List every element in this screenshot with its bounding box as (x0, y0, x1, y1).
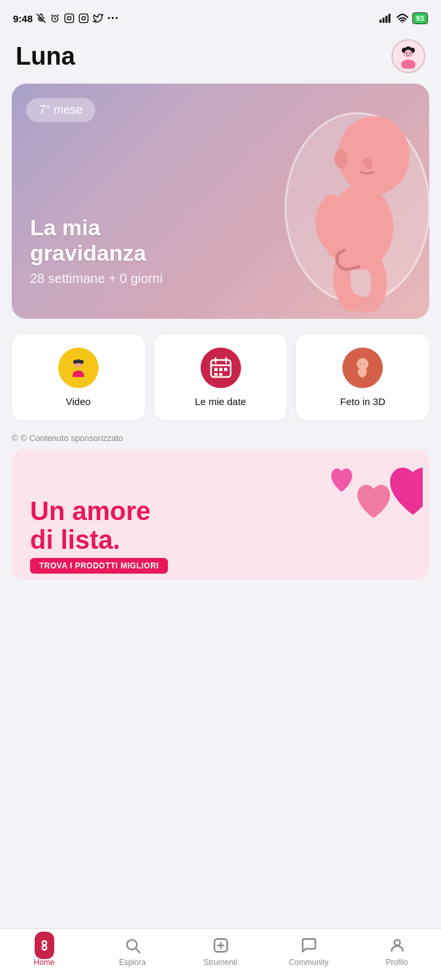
app-title: Luna (16, 42, 75, 71)
profilo-nav-icon (387, 936, 407, 955)
svg-rect-12 (385, 16, 387, 23)
svg-rect-41 (214, 368, 218, 371)
svg-rect-44 (214, 373, 218, 376)
wifi-icon (397, 14, 408, 23)
fetus-illustration (253, 97, 429, 319)
nav-home[interactable]: Home (18, 936, 71, 967)
video-icon (65, 355, 91, 381)
svg-point-6 (71, 16, 72, 16)
instagram-icon (64, 13, 74, 24)
feto-3d-icon (350, 355, 376, 381)
instagram2-icon (78, 13, 89, 24)
more-icon: ··· (107, 12, 119, 25)
svg-point-28 (366, 164, 372, 169)
nav-community[interactable]: Community (283, 936, 335, 967)
svg-rect-43 (224, 368, 227, 371)
sponsored-label: © © Contenuto sponsorizzato (12, 433, 429, 443)
svg-point-8 (82, 16, 85, 20)
battery-display: 93 (412, 12, 428, 24)
svg-rect-13 (388, 14, 390, 23)
svg-point-26 (335, 149, 348, 169)
dates-label: Le mie date (195, 396, 246, 407)
svg-point-5 (67, 16, 71, 20)
chat-icon (301, 937, 318, 954)
video-label: Video (66, 396, 91, 407)
nav-strumenti[interactable]: Strumenti (195, 936, 247, 967)
svg-rect-4 (65, 14, 73, 22)
add-square-icon (212, 937, 229, 954)
home-icon-bg (35, 932, 54, 959)
svg-rect-10 (380, 20, 382, 23)
svg-point-48 (359, 363, 362, 365)
status-time: 9:48 ··· (13, 12, 119, 25)
svg-point-21 (404, 50, 412, 57)
app-header: Luna (0, 33, 441, 84)
feto-label: Feto in 3D (340, 396, 385, 407)
svg-point-51 (42, 945, 46, 949)
svg-point-22 (406, 52, 408, 54)
month-badge: 7° mese (26, 98, 95, 122)
svg-line-53 (135, 949, 139, 953)
ad-text: Un amoredi lista. (30, 497, 151, 554)
svg-point-23 (410, 52, 411, 54)
svg-point-36 (80, 360, 84, 364)
twitter-icon (93, 13, 103, 24)
esplora-nav-label: Esplora (119, 958, 146, 967)
hearts-decoration (292, 456, 423, 576)
community-nav-icon (299, 936, 319, 955)
svg-line-3 (57, 15, 58, 16)
pregnancy-card-text: La miagravidanza 28 settimane + 0 giorni (30, 215, 163, 286)
svg-rect-45 (219, 373, 222, 376)
status-indicators: 93 (380, 12, 428, 24)
svg-rect-42 (219, 368, 222, 371)
time-display: 9:48 (13, 13, 33, 24)
home-icon (37, 938, 52, 953)
svg-rect-7 (79, 14, 88, 22)
svg-point-35 (73, 360, 77, 364)
signal-icon (380, 14, 393, 23)
home-nav-label: Home (33, 958, 54, 967)
ad-banner[interactable]: Un amoredi lista. TROVA I PRODOTTI MIGLI… (12, 449, 429, 580)
svg-point-14 (402, 22, 403, 23)
bottom-navigation: Home Esplora Strumenti Community (0, 928, 441, 980)
home-nav-icon (35, 936, 54, 955)
esplora-nav-icon (123, 936, 142, 955)
pregnancy-card[interactable]: 7° mese (12, 84, 429, 319)
strumenti-nav-label: Strumenti (204, 958, 237, 967)
hearts-svg (292, 456, 423, 574)
dates-icon-circle (201, 348, 241, 388)
svg-point-57 (394, 939, 400, 945)
feto-icon-circle (342, 348, 383, 388)
svg-point-9 (86, 16, 86, 16)
quick-links-section: Video Le mie date (12, 335, 429, 420)
quick-link-video[interactable]: Video (12, 335, 145, 420)
alarm-icon (50, 13, 60, 24)
quick-link-dates[interactable]: Le mie date (154, 335, 287, 420)
community-nav-label: Community (289, 958, 329, 967)
ad-title: Un amoredi lista. (30, 497, 151, 554)
svg-line-2 (52, 15, 52, 16)
video-icon-circle (58, 348, 99, 388)
nav-esplora[interactable]: Esplora (106, 936, 159, 967)
profilo-nav-label: Profilo (385, 958, 408, 967)
search-icon (124, 937, 141, 954)
svg-point-25 (338, 116, 410, 195)
svg-point-47 (357, 358, 368, 370)
svg-point-32 (356, 298, 377, 312)
svg-point-49 (363, 363, 366, 365)
fetus-svg (253, 97, 429, 319)
quick-link-feto[interactable]: Feto in 3D (296, 335, 429, 420)
muted-icon (37, 14, 46, 23)
user-avatar[interactable] (391, 39, 425, 73)
copyright-icon: © (12, 433, 18, 443)
strumenti-nav-icon (211, 936, 231, 955)
calendar-icon (209, 356, 233, 380)
status-bar: 9:48 ··· 93 (0, 0, 441, 33)
sponsored-text: © Contenuto sponsorizzato (21, 433, 123, 443)
nav-profilo[interactable]: Profilo (371, 936, 423, 967)
ad-cta[interactable]: TROVA I PRODOTTI MIGLIORI (30, 558, 168, 574)
profile-icon (389, 937, 406, 954)
svg-point-50 (42, 941, 46, 945)
avatar-icon (396, 44, 421, 69)
pregnancy-title: La miagravidanza (30, 215, 163, 266)
